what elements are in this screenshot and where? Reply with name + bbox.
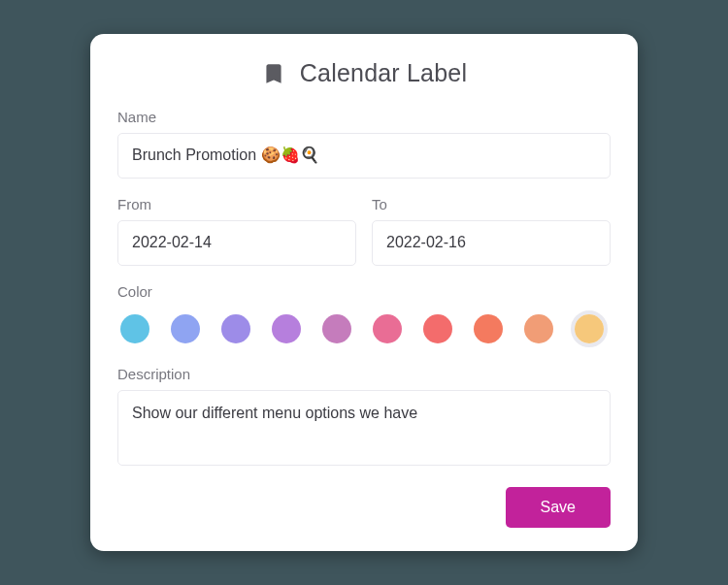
dialog-footer: Save xyxy=(117,487,611,528)
color-swatch-9[interactable] xyxy=(571,310,608,347)
save-button[interactable]: Save xyxy=(506,487,611,528)
color-dot xyxy=(474,314,503,343)
dialog-header: Calendar Label xyxy=(117,59,611,87)
name-group: Name xyxy=(117,109,611,179)
color-swatch-0[interactable] xyxy=(119,313,150,344)
color-label: Color xyxy=(117,283,611,300)
color-swatch-2[interactable] xyxy=(220,313,251,344)
to-label: To xyxy=(372,196,611,212)
description-label: Description xyxy=(117,366,611,382)
color-swatch-4[interactable] xyxy=(321,313,352,344)
from-group: From xyxy=(117,196,356,266)
color-dot xyxy=(524,314,553,343)
from-input[interactable] xyxy=(117,220,356,266)
color-swatch-7[interactable] xyxy=(473,313,504,344)
calendar-label-dialog: Calendar Label Name From To Color Descri… xyxy=(90,34,638,551)
color-dot xyxy=(373,314,402,343)
color-swatch-8[interactable] xyxy=(523,313,554,344)
dialog-title: Calendar Label xyxy=(300,59,467,87)
bookmark-icon xyxy=(261,61,286,86)
color-swatch-5[interactable] xyxy=(372,313,403,344)
to-input[interactable] xyxy=(372,220,611,266)
color-group: Color xyxy=(117,283,611,348)
color-dot xyxy=(171,314,200,343)
description-input[interactable] xyxy=(117,390,611,466)
color-dot xyxy=(575,314,604,343)
color-swatch-6[interactable] xyxy=(422,313,453,344)
color-swatch-row xyxy=(117,308,611,348)
color-dot xyxy=(322,314,351,343)
color-swatch-3[interactable] xyxy=(271,313,302,344)
from-label: From xyxy=(117,196,356,212)
color-swatch-1[interactable] xyxy=(170,313,201,344)
name-input[interactable] xyxy=(117,133,611,179)
color-dot xyxy=(423,314,452,343)
name-label: Name xyxy=(117,109,611,125)
description-group: Description xyxy=(117,366,611,470)
color-dot xyxy=(120,314,149,343)
color-dot xyxy=(221,314,250,343)
to-group: To xyxy=(372,196,611,266)
color-dot xyxy=(272,314,301,343)
